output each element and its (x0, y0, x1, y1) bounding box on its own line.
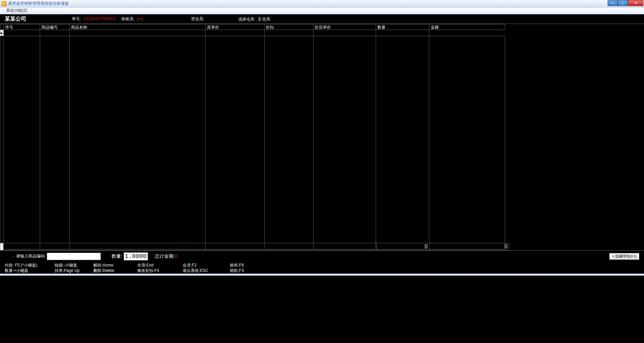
company-name: 某某公司 (5, 15, 26, 23)
close-button[interactable] (628, 0, 643, 6)
sc-drawer: 钱箱:-小键盘 (55, 262, 93, 268)
sc-exit: 退出系统:ESC (183, 268, 230, 274)
col-name: 商品名称 (69, 24, 205, 30)
hide-help-button[interactable]: 隐藏帮助(F1) (609, 253, 639, 260)
sc-qty: 数量:+小键盘 (5, 268, 55, 274)
col-discount: 折扣 (264, 24, 313, 30)
sc-member: 会员:F2 (183, 262, 230, 268)
window-controls (608, 0, 643, 6)
menu-system[interactable]: 系统功能(Z) (6, 8, 27, 13)
sc-lock: 锁机:F3 (230, 268, 274, 274)
qty-label: 数量: (112, 253, 122, 259)
sc-hold: 挂单:Page Up (55, 268, 93, 274)
total-value: 0 (175, 254, 178, 259)
totals-row: 0 0 (0, 243, 644, 250)
product-code-input[interactable] (47, 253, 101, 260)
sc-unhold: 解挂:Home (93, 262, 137, 268)
quantity-input[interactable] (124, 252, 148, 260)
warehouse-select[interactable] (257, 16, 284, 22)
total-amount: 0 (429, 243, 509, 250)
title-bar: 美萍超市销售管理系统前台标准版 (0, 0, 644, 7)
items-table: 序号 商品编号 商品名称 原单价 折扣 折后单价 数量 金额 (0, 24, 644, 243)
warehouse: 选择仓库: (238, 16, 284, 22)
table-body (0, 36, 644, 249)
input-bar: → 请输入商品编码: 数量: 总计金额: 0 隐藏帮助(F1) (0, 250, 644, 262)
col-seq: 序号 (3, 24, 40, 30)
maximize-button[interactable] (618, 0, 628, 6)
app-icon (1, 1, 7, 6)
status-bar (0, 274, 644, 276)
table-header: 序号 商品编号 商品名称 原单价 折扣 折后单价 数量 金额 (0, 24, 644, 30)
salesperson: 营业员: (191, 16, 204, 22)
sc-shift: 换班:F6 (230, 262, 274, 268)
shortcuts-panel: 付款: F5 (*小键盘) 钱箱:-小键盘 解挂:Home 全清:End 会员:… (0, 262, 644, 274)
table-active-row[interactable] (0, 30, 644, 36)
col-qty: 数量 (376, 24, 429, 30)
sc-pay: 付款: F5 (*小键盘) (5, 262, 55, 268)
minimize-button[interactable] (608, 0, 618, 6)
col-selector (0, 24, 3, 30)
sc-clear: 全清:End (137, 262, 183, 268)
row-indicator-icon (0, 30, 3, 36)
sc-discount: 修改折扣:F4 (137, 268, 183, 274)
code-prompt: 请输入商品编码: (16, 253, 45, 259)
cashier: 收银员: pos (121, 16, 144, 22)
order-number: 单号: XS160407030001 (72, 16, 116, 22)
arrow-icon: → (11, 254, 16, 259)
col-discprice: 折后单价 (313, 24, 376, 30)
col-origprice: 原单价 (205, 24, 264, 30)
sc-delete: 删除:Delete (93, 268, 137, 274)
col-code: 商品编号 (40, 24, 69, 30)
col-amount: 金额 (429, 24, 505, 30)
info-strip: 某某公司 单号: XS160407030001 收银员: pos 营业员: 选择… (0, 14, 644, 24)
menu-bar: 系统功能(Z) (0, 7, 644, 14)
window-title: 美萍超市销售管理系统前台标准版 (8, 1, 69, 6)
total-label: 总计金额: (155, 253, 175, 259)
total-qty: 0 (376, 243, 429, 250)
